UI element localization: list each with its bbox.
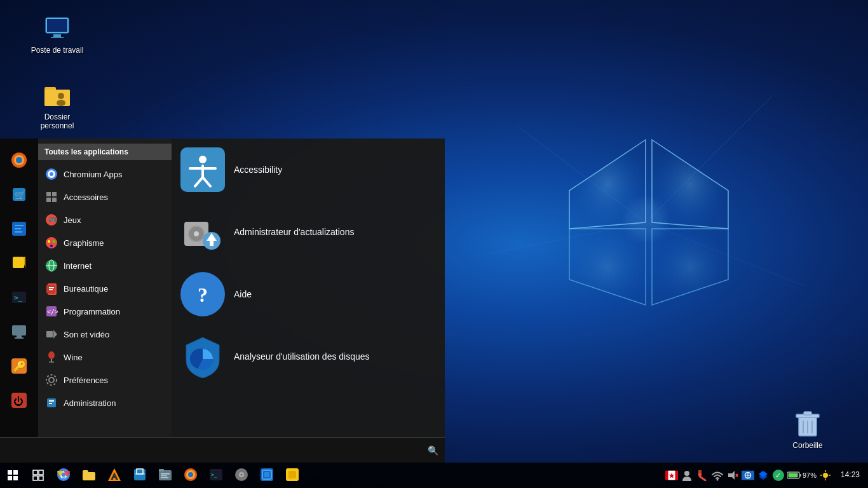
taskbar-virtualbox[interactable] [254, 463, 280, 488]
chromium-apps-icon [44, 167, 58, 181]
category-accessoires[interactable]: Accessoires [38, 186, 172, 208]
svg-rect-118 [161, 477, 168, 478]
taskbar-store[interactable] [127, 463, 153, 488]
tray-check-icon[interactable]: ✓ [772, 469, 785, 482]
taskbar-firefox[interactable] [178, 463, 203, 488]
tray-volume-icon[interactable] [726, 469, 739, 482]
jeux-icon: 🎮 [44, 213, 58, 227]
category-internet[interactable]: Internet [38, 254, 172, 277]
sidebar-icon-display[interactable] [4, 316, 34, 347]
svg-rect-52 [52, 192, 57, 196]
system-clock[interactable]: 14:23 [836, 463, 865, 488]
programmation-icon: </> [44, 304, 58, 318]
svg-point-126 [241, 474, 243, 476]
chromium-apps-label: Chromium Apps [64, 170, 122, 179]
accessoires-icon [44, 190, 58, 204]
administration-label: Administration [64, 398, 116, 408]
app-entry-disk-analyzer[interactable]: Analyseur d'utilisation des disques [178, 332, 438, 381]
internet-label: Internet [64, 261, 92, 271]
desktop-icon-computer[interactable]: Poste de travail [29, 13, 86, 55]
svg-text:>_: >_ [211, 472, 217, 478]
taskbar-chrome[interactable] [51, 463, 76, 488]
category-administration[interactable]: Administration [38, 391, 172, 414]
taskbar-folder[interactable] [76, 463, 102, 488]
svg-rect-67 [49, 289, 53, 290]
taskbar-vlc[interactable] [102, 463, 127, 488]
svg-text:🔑: 🔑 [13, 360, 26, 372]
tray-network-icon[interactable] [742, 469, 754, 482]
category-wine[interactable]: Wine [38, 346, 172, 369]
category-jeux[interactable]: 🎮 Jeux [38, 208, 172, 231]
category-preferences[interactable]: Préférences [38, 369, 172, 391]
app-entry-help[interactable]: ? Aide [178, 269, 438, 319]
category-bureautique[interactable]: Bureautique [38, 277, 172, 300]
sidebar-icon-key[interactable]: 🔑 [4, 351, 34, 381]
tray-wifi-icon[interactable] [711, 469, 724, 482]
sidebar-icon-task-manager[interactable] [4, 214, 34, 244]
programmation-label: Programmation [64, 307, 120, 316]
svg-rect-99 [33, 470, 37, 475]
accessibility-app-label: Accessibility [234, 165, 282, 175]
svg-text:?: ? [198, 283, 208, 306]
tray-dropbox-icon[interactable] [757, 469, 770, 482]
svg-rect-150 [799, 474, 801, 477]
sidebar-icon-firefox[interactable] [4, 145, 34, 175]
task-view-button[interactable] [25, 463, 51, 488]
svg-rect-131 [288, 471, 296, 478]
svg-marker-38 [24, 257, 25, 268]
svg-rect-66 [49, 287, 54, 288]
wine-label: Wine [64, 353, 83, 362]
tray-battery-icon[interactable]: 97% [787, 469, 817, 482]
svg-line-138 [700, 477, 705, 480]
recycle-bin-label: Corbeille [792, 441, 822, 450]
category-chromium-apps[interactable]: Chromium Apps [38, 163, 172, 186]
sidebar-icon-store[interactable]: 🛒 [4, 179, 34, 210]
svg-point-60 [50, 245, 53, 247]
system-tray: ✓ 97% [661, 463, 836, 488]
taskbar-app-yellow[interactable] [280, 463, 305, 488]
sidebar-icon-sticky[interactable] [4, 248, 34, 278]
tray-tools-icon[interactable] [696, 469, 709, 482]
svg-rect-16 [51, 37, 64, 38]
category-graphisme[interactable]: Graphisme [38, 231, 172, 254]
taskbar-file-manager[interactable] [153, 463, 178, 488]
preferences-icon [44, 373, 58, 387]
svg-rect-151 [788, 473, 797, 478]
desktop-icon-recycle-bin[interactable]: Corbeille [779, 408, 836, 450]
jeux-label: Jeux [64, 215, 81, 225]
son-video-label: Son et vidéo [64, 330, 109, 339]
category-programmation[interactable]: </> Programmation [38, 300, 172, 323]
internet-icon [44, 259, 58, 273]
svg-rect-70 [46, 331, 53, 337]
svg-rect-53 [46, 198, 51, 202]
tray-flag-icon[interactable] [665, 469, 678, 482]
svg-point-139 [716, 479, 718, 481]
svg-point-20 [58, 93, 64, 99]
start-menu-sidebar: 🛒 >_ 🔑 [0, 139, 38, 437]
disk-analyzer-icon [180, 334, 225, 379]
start-menu-search: 🔍 [0, 437, 445, 463]
svg-rect-115 [159, 469, 164, 471]
svg-point-135 [684, 471, 689, 476]
svg-text:🛒: 🛒 [15, 190, 26, 201]
taskbar-disk[interactable] [229, 463, 254, 488]
tray-brightness-icon[interactable] [819, 469, 832, 482]
svg-rect-51 [46, 192, 51, 196]
app-entry-accessibility[interactable]: Accessibility [178, 145, 438, 194]
app-entry-update-manager[interactable]: Administrateur d'actualizations [178, 207, 438, 257]
svg-rect-129 [264, 472, 269, 477]
tray-user-icon[interactable] [681, 469, 693, 482]
svg-rect-35 [15, 228, 21, 229]
start-button[interactable] [0, 463, 25, 488]
start-search-input[interactable] [6, 445, 423, 455]
taskbar-terminal[interactable]: >_ [203, 463, 229, 488]
svg-text:>_: >_ [14, 294, 23, 302]
sidebar-icon-power[interactable]: ⏻ [4, 385, 34, 416]
category-son-video[interactable]: Son et vidéo [38, 323, 172, 346]
update-manager-icon [180, 210, 225, 254]
desktop-icon-personal-folder[interactable]: Dossier personnel [29, 79, 86, 131]
svg-rect-97 [8, 476, 12, 480]
svg-marker-71 [53, 330, 57, 339]
sidebar-icon-terminal[interactable]: >_ [4, 282, 34, 313]
bureautique-label: Bureautique [64, 284, 108, 294]
